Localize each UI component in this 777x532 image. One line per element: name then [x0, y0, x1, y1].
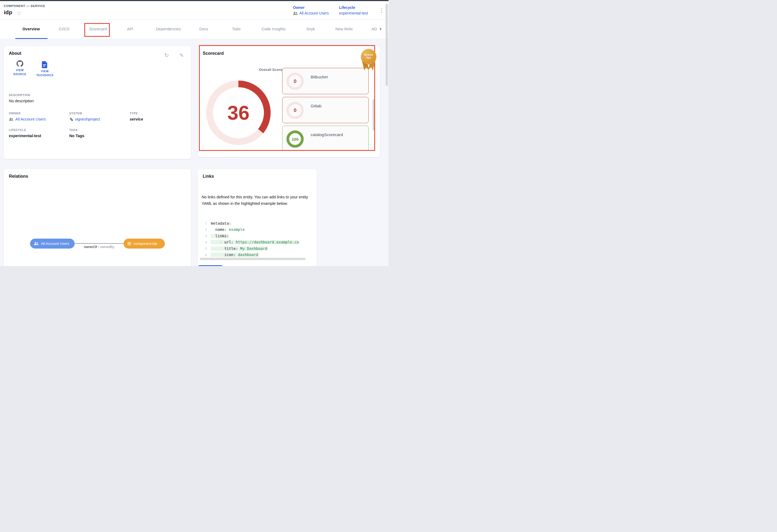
code-line-highlighted: 5 title: My Dashboard	[202, 245, 299, 252]
code-horizontal-scrollbar[interactable]	[200, 258, 306, 260]
score-ring: 0	[287, 73, 304, 90]
scorecard-item-bitbucket[interactable]: 0 Bitbucket	[282, 68, 369, 94]
field-type: TYPE service	[130, 112, 143, 121]
links-empty-text: No links defined for this entity. You ca…	[202, 194, 310, 207]
entity-page: COMPONENT — SERVICE idp ☆ Owner All Acco…	[0, 0, 388, 266]
owner-field-link[interactable]: All Account Users	[9, 117, 46, 121]
tags-field-label: TAGS	[69, 128, 84, 132]
line-number: 5	[202, 246, 207, 250]
line-number: 2	[202, 228, 207, 232]
code-line-highlighted: 6 icon: dashboard	[202, 252, 299, 258]
about-card: About ↻ ✎ VIEW SOURCE VIEW TECHDOCS DESC…	[4, 46, 191, 159]
code-line: 1 metadata:	[202, 220, 299, 227]
tab-overview[interactable]: Overview	[22, 27, 40, 31]
tab-code-insights[interactable]: Code Insights	[261, 27, 286, 31]
lifecycle-field-label: LIFECYCLE	[9, 128, 41, 132]
more-options-icon[interactable]: ⋮	[378, 7, 384, 13]
view-techdocs-label-line2: TECHDOCS	[33, 73, 57, 77]
github-icon	[16, 60, 23, 67]
edge-label-ownerof: ownerOf	[84, 245, 97, 249]
refresh-icon[interactable]: ↻	[164, 52, 169, 58]
page-title: idp	[4, 9, 12, 16]
view-source-button[interactable]: VIEW SOURCE	[10, 60, 30, 76]
owner-value: All Account Users	[299, 11, 329, 15]
scorecard-item-gitlab[interactable]: 0 Gitlab	[282, 97, 369, 123]
scorecard-title: Scorecard	[203, 51, 224, 56]
bronze-tier-badge: Bronze Tier	[359, 49, 378, 72]
chip-icon	[127, 242, 131, 246]
tab-bar: Overview CI/CD Scorecard API Dependencie…	[0, 20, 388, 39]
component-node-label: component:idp	[133, 242, 157, 246]
links-action-button[interactable]	[198, 265, 222, 266]
scorecard-items-list: 0 Bitbucket 0 Gitlab 100 catalogScorecar…	[282, 68, 369, 151]
system-field-label: SYSTEM	[69, 112, 100, 115]
header-owner: Owner All Account Users	[293, 5, 329, 15]
favorite-star-icon[interactable]: ☆	[16, 9, 22, 17]
overall-score-value: 36	[206, 81, 270, 145]
view-source-label-line1: VIEW	[10, 68, 30, 72]
tab-cicd[interactable]: CI/CD	[59, 27, 70, 31]
view-source-label-line2: SOURCE	[10, 72, 30, 76]
system-field-link[interactable]: vigneshproject	[69, 117, 100, 121]
active-tab-indicator	[15, 38, 47, 39]
relations-title: Relations	[9, 174, 28, 179]
tab-overflow-clipped[interactable]: AD	[371, 27, 377, 31]
yaml-code-block: 1 metadata: 2 name: example 3 links: 4 -…	[202, 220, 299, 258]
relation-edge-label: ownerOf / ownedBy	[75, 245, 123, 249]
relation-edge	[75, 243, 123, 244]
people-icon	[9, 118, 13, 121]
tab-snyk[interactable]: Snyk	[306, 27, 315, 31]
type-field-label: TYPE	[130, 112, 143, 115]
techdocs-document-icon	[42, 61, 48, 68]
tab-api[interactable]: API	[127, 27, 133, 31]
score-ring: 100	[287, 130, 304, 148]
lifecycle-field-value: experimental-test	[9, 134, 41, 138]
line-number: 6	[202, 253, 207, 257]
system-icon	[69, 117, 73, 121]
code-line: 2 name: example	[202, 227, 299, 233]
relations-card: Relations ownerOf / ownedBy All Account …	[4, 169, 191, 266]
view-techdocs-button[interactable]: VIEW TECHDOCS	[33, 61, 57, 77]
relation-node-component[interactable]: component:idp	[123, 239, 165, 249]
code-line-highlighted: 4 - url: https://dashboard.example.com	[202, 239, 299, 246]
tab-docs[interactable]: Docs	[199, 27, 208, 31]
links-title: Links	[203, 174, 214, 179]
scorecard-item-name: Bitbucket	[311, 75, 328, 80]
owner-label: Owner	[293, 5, 329, 10]
field-tags: TAGS No Tags	[69, 128, 84, 138]
edge-label-ownedby: ownedBy	[100, 245, 114, 249]
field-system: SYSTEM vigneshproject	[69, 112, 100, 121]
owner-node-label: All Account Users	[41, 242, 69, 246]
line-number: 1	[202, 221, 207, 225]
owner-field-label: OWNER	[9, 112, 46, 115]
scorecard-item-name: Gitlab	[311, 104, 322, 109]
owner-link[interactable]: All Account Users	[293, 11, 329, 15]
badge-text-line2: Tier	[366, 56, 371, 60]
edge-label-separator: /	[97, 245, 100, 249]
field-lifecycle: LIFECYCLE experimental-test	[9, 128, 41, 138]
tab-dependencies[interactable]: Dependencies	[156, 27, 181, 31]
people-icon	[34, 242, 39, 245]
scorecard-list-scrollbar[interactable]	[373, 99, 374, 130]
tab-todo[interactable]: Todo	[232, 27, 241, 31]
edit-pencil-icon[interactable]: ✎	[179, 52, 184, 58]
description-label: DESCRIPTION	[9, 94, 34, 97]
description-value: No description	[9, 99, 34, 103]
field-description: DESCRIPTION No description	[9, 94, 34, 103]
score-ring: 0	[287, 102, 304, 119]
type-field-value: service	[130, 117, 143, 121]
field-owner: OWNER All Account Users	[9, 112, 46, 121]
badge-text-line1: Bronze	[364, 53, 373, 56]
tabs-scroll-right-icon[interactable]: ›	[379, 25, 381, 32]
page-vertical-scrollbar[interactable]	[385, 4, 388, 86]
tags-field-value: No Tags	[69, 134, 84, 138]
tab-new-relic[interactable]: New Relic	[335, 27, 353, 31]
relation-node-owner[interactable]: All Account Users	[30, 239, 75, 249]
view-techdocs-label-line1: VIEW	[33, 69, 57, 73]
tab-scorecard[interactable]: Scorecard	[89, 27, 107, 31]
about-title: About	[9, 51, 21, 56]
people-icon	[293, 12, 298, 15]
scorecard-card: Scorecard Overall Score 36 0 Bitbucket 0…	[198, 46, 380, 157]
scorecard-item-catalogscorecard[interactable]: 100 catalogScorecard	[282, 126, 369, 151]
line-number: 3	[202, 234, 207, 238]
